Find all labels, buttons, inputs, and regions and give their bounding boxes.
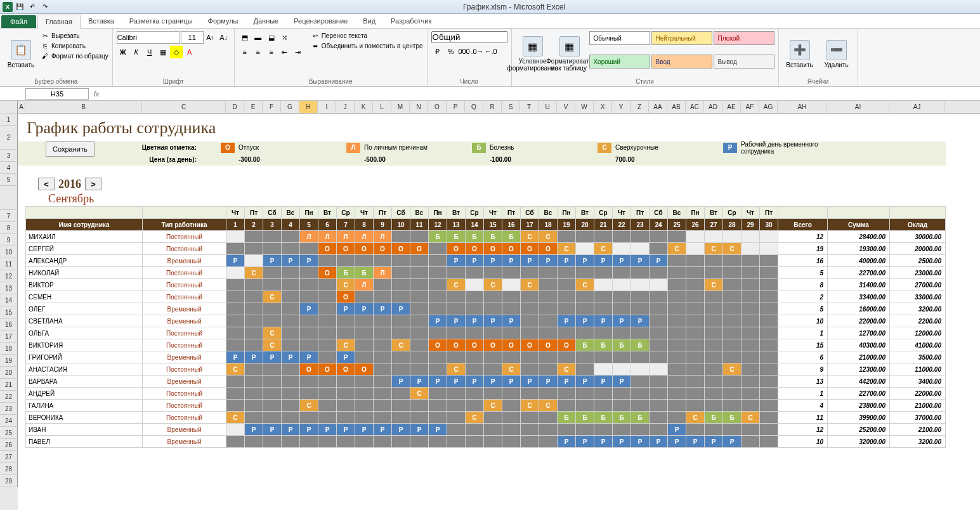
day-cell[interactable]: Б [447,231,466,243]
day-cell-empty[interactable] [245,255,263,267]
day-cell-empty[interactable] [723,231,742,243]
day-cell-empty[interactable] [613,363,631,376]
col-header-H[interactable]: H [299,101,318,113]
day-cell-inactive[interactable] [631,231,650,243]
day-cell[interactable]: С [484,279,502,291]
col-header-G[interactable]: G [281,101,299,113]
total-cell[interactable]: 10 [778,436,828,448]
day-cell[interactable]: Л [355,231,374,243]
day-cell[interactable]: Р [594,376,613,388]
day-cell[interactable]: Р [263,424,282,436]
employee-name[interactable]: СВЕТЛАНА [26,315,143,327]
day-cell-inactive[interactable] [705,351,723,363]
day-cell[interactable]: О [318,243,337,255]
day-cell-inactive[interactable] [245,243,263,255]
day-cell-inactive[interactable] [282,231,300,243]
day-cell-inactive[interactable] [245,291,263,303]
day-cell-inactive[interactable] [263,243,282,255]
day-cell-inactive[interactable] [429,351,447,363]
day-cell-empty[interactable] [631,279,650,291]
day-cell-inactive[interactable] [558,327,576,339]
day-cell-empty[interactable] [631,243,650,255]
day-cell[interactable]: Л [300,231,318,243]
dec-decimal-icon[interactable]: ←.0 [485,45,497,58]
employee-type[interactable]: Постоянный [143,231,226,243]
employee-name[interactable]: ПАВЕЛ [26,436,143,448]
day-cell-inactive[interactable] [539,267,558,279]
day-cell[interactable]: Р [502,315,521,327]
day-cell-inactive[interactable] [374,351,392,363]
day-cell[interactable]: С [558,243,576,255]
indent-inc-icon[interactable]: ⇥ [292,46,304,58]
day-cell-inactive[interactable] [539,412,558,424]
total-cell[interactable]: 5 [778,267,828,279]
day-cell-inactive[interactable] [502,424,521,436]
style-cell-3[interactable]: Хороший [589,55,650,69]
day-cell-inactive[interactable] [631,376,650,388]
day-cell-inactive[interactable] [226,243,245,255]
day-cell[interactable]: С [723,363,742,376]
day-cell[interactable]: Р [263,255,282,267]
salary-cell[interactable]: 12000.00 [890,327,946,339]
undo-icon[interactable]: ↶ [27,1,38,13]
day-cell-empty[interactable] [686,243,705,255]
day-cell-inactive[interactable] [429,388,447,400]
day-cell-inactive[interactable] [576,363,594,376]
day-cell[interactable]: Б [631,412,650,424]
day-cell-inactive[interactable] [466,388,484,400]
day-cell-inactive[interactable] [576,400,594,412]
day-cell-empty[interactable] [760,231,778,243]
year-next-button[interactable]: > [85,178,101,190]
day-cell-inactive[interactable] [447,267,466,279]
day-cell-inactive[interactable] [668,327,686,339]
day-cell-inactive[interactable] [631,267,650,279]
day-cell-inactive[interactable] [374,376,392,388]
col-header-D[interactable]: D [226,101,244,113]
day-cell[interactable]: Р [502,255,521,267]
salary-cell[interactable]: 21000.00 [890,400,946,412]
day-cell-inactive[interactable] [650,400,668,412]
employee-type[interactable]: Постоянный [143,412,226,424]
day-cell-inactive[interactable] [723,376,742,388]
sum-cell[interactable]: 33400.00 [828,291,890,303]
total-cell[interactable]: 5 [778,303,828,315]
day-cell-inactive[interactable] [355,315,374,327]
day-cell-inactive[interactable] [282,303,300,315]
day-cell[interactable]: С [263,291,282,303]
day-cell-inactive[interactable] [742,400,760,412]
day-cell-inactive[interactable] [521,351,539,363]
col-header-AB[interactable]: AB [667,101,686,113]
row-header-13[interactable]: 13 [0,282,18,294]
day-cell-inactive[interactable] [263,400,282,412]
day-cell-inactive[interactable] [760,315,778,327]
day-cell-inactive[interactable] [705,303,723,315]
day-cell[interactable]: Р [539,376,558,388]
day-cell-inactive[interactable] [318,388,337,400]
total-cell[interactable]: 13 [778,376,828,388]
day-cell[interactable]: Р [355,303,374,315]
format-painter-button[interactable]: 🖌Формат по образцу [41,51,108,60]
day-cell-inactive[interactable] [613,424,631,436]
day-cell-inactive[interactable] [742,291,760,303]
day-cell[interactable]: С [263,339,282,351]
day-cell-inactive[interactable] [668,363,686,376]
day-cell-inactive[interactable] [282,267,300,279]
day-cell[interactable]: Р [466,255,484,267]
day-cell-inactive[interactable] [429,400,447,412]
day-cell-inactive[interactable] [558,231,576,243]
italic-button[interactable]: К [130,46,143,58]
day-cell-inactive[interactable] [410,267,429,279]
day-cell-inactive[interactable] [576,267,594,279]
day-cell-inactive[interactable] [447,388,466,400]
day-cell-empty[interactable] [631,363,650,376]
day-cell-empty[interactable] [576,243,594,255]
day-cell-inactive[interactable] [447,424,466,436]
col-header-V[interactable]: V [557,101,575,113]
day-cell-inactive[interactable] [466,424,484,436]
day-cell-inactive[interactable] [355,412,374,424]
day-cell-inactive[interactable] [686,376,705,388]
day-cell[interactable]: Р [594,255,613,267]
day-cell-inactive[interactable] [300,436,318,448]
col-header-T[interactable]: T [520,101,539,113]
employee-type[interactable]: Постоянный [143,243,226,255]
